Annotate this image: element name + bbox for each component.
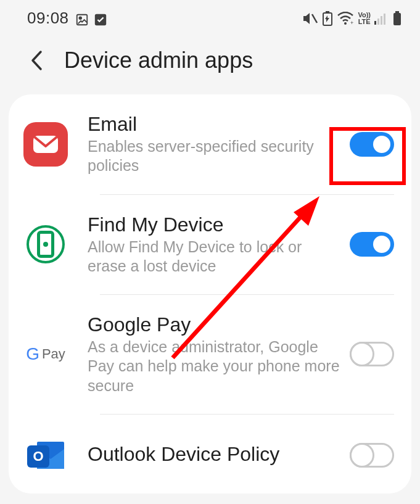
back-button[interactable]: [26, 50, 47, 71]
svg-rect-12: [393, 13, 401, 25]
volte-icon: Vo))LTE: [358, 12, 371, 25]
clock: 09:08: [27, 9, 69, 28]
app-desc: Allow Find My Device to lock or erase a …: [88, 238, 340, 276]
find-my-device-icon: [23, 222, 68, 266]
signal-icon: [374, 12, 389, 25]
status-left: 09:08: [27, 9, 107, 28]
app-title: Google Pay: [88, 313, 340, 336]
outlook-icon: O: [23, 433, 68, 477]
svg-rect-9: [377, 19, 379, 25]
mute-icon: [302, 12, 318, 25]
wifi-icon: +: [337, 12, 354, 25]
battery-saver-icon: [322, 11, 333, 26]
email-icon: [23, 122, 68, 167]
app-desc: Enables server-specified security polici…: [88, 137, 340, 176]
svg-rect-10: [381, 16, 382, 25]
svg-rect-11: [384, 14, 385, 25]
app-row-google-pay[interactable]: GPay Google Pay As a device administrato…: [9, 295, 411, 414]
toggle-email[interactable]: [350, 132, 394, 157]
toggle-google-pay[interactable]: [350, 342, 394, 366]
svg-rect-5: [326, 11, 329, 13]
svg-line-3: [312, 14, 317, 23]
svg-point-6: [344, 22, 347, 25]
app-row-email[interactable]: Email Enables server-specified security …: [9, 94, 411, 194]
svg-rect-13: [395, 11, 399, 13]
battery-icon: [393, 11, 401, 26]
app-row-outlook[interactable]: O Outlook Device Policy: [9, 415, 411, 494]
apps-card: Email Enables server-specified security …: [9, 94, 411, 494]
status-bar: 09:08 + Vo))LTE: [0, 0, 420, 34]
app-title: Find My Device: [88, 213, 340, 236]
page-title: Device admin apps: [64, 48, 253, 73]
status-right: + Vo))LTE: [302, 11, 401, 26]
app-row-find-my-device[interactable]: Find My Device Allow Find My Device to l…: [9, 195, 411, 295]
google-pay-icon: GPay: [23, 332, 68, 376]
app-title: Outlook Device Policy: [88, 443, 340, 466]
checkbox-icon: [94, 12, 107, 25]
image-icon: [75, 12, 89, 25]
app-desc: As a device administrator, Google Pay ca…: [88, 337, 340, 395]
app-title: Email: [88, 113, 340, 136]
chevron-left-icon: [30, 50, 43, 71]
toggle-find-my-device[interactable]: [350, 232, 394, 257]
svg-text:+: +: [350, 20, 353, 25]
svg-point-1: [79, 17, 81, 19]
toggle-outlook[interactable]: [350, 443, 394, 468]
header: Device admin apps: [0, 34, 420, 94]
svg-rect-8: [374, 21, 376, 25]
